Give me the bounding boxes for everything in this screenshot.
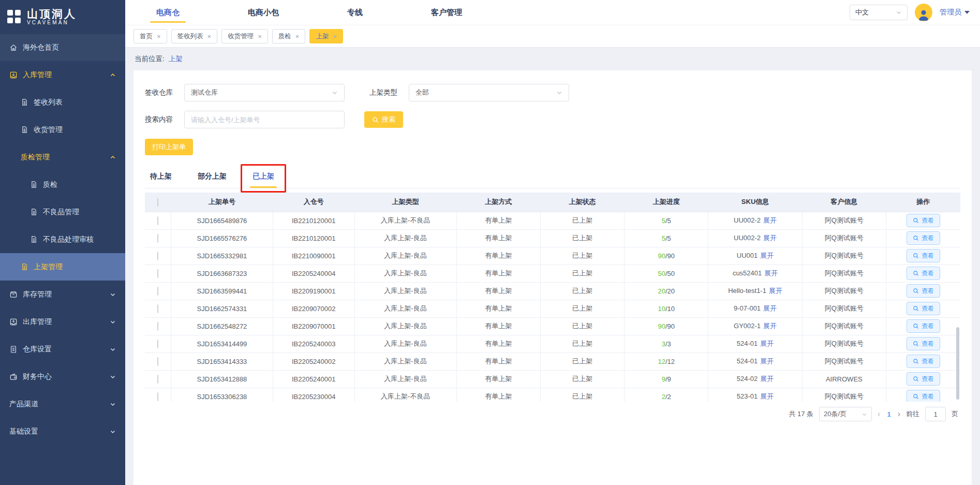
expand-link[interactable]: 展开 [760,375,774,383]
page-size-select[interactable]: 20条/页 [819,407,872,421]
sidebar-item-receiving-management[interactable]: 收货管理 [0,116,125,143]
sidebar-item-overseas-home[interactable]: 海外仓首页 [0,34,125,61]
table-scrollbar-thumb[interactable] [956,327,959,400]
tab-shelved[interactable]: 已上架 [251,167,275,188]
select-all-checkbox[interactable] [157,198,158,207]
breadcrumb: 当前位置: 上架 [125,48,980,70]
view-button[interactable]: 查看 [907,214,940,227]
close-icon[interactable]: × [157,33,161,40]
tab-pending-shelving[interactable]: 待上架 [149,167,173,188]
sku-code: Hello-test1-1 [728,287,766,295]
header-select-all[interactable] [145,193,171,212]
shelving-type-select[interactable]: 全部 [409,84,569,101]
cell-actions: 查看 [886,388,961,402]
view-button-label: 查看 [922,269,934,278]
row-checkbox[interactable] [157,216,158,225]
sidebar-item-qc-management[interactable]: 质检管理 [0,143,125,171]
cell-actions: 查看 [886,212,961,229]
view-button[interactable]: 查看 [907,231,940,245]
sidebar-item-defective-review[interactable]: 不良品处理审核 [0,226,125,253]
sidebar-item-inbound-management[interactable]: 入库管理 [0,61,125,89]
inbound-icon [9,71,18,79]
language-select[interactable]: 中文 [850,5,908,20]
sidebar-item-outbound-management[interactable]: 出库管理 [0,308,125,335]
apps-grid-icon[interactable] [7,10,21,23]
expand-link[interactable]: 展开 [763,216,777,224]
expand-link[interactable]: 展开 [760,392,774,400]
tag-qc[interactable]: 质检× [272,29,306,43]
warehouse-select[interactable]: 测试仓库 [184,84,345,101]
expand-link[interactable]: 展开 [763,234,777,242]
goto-page-input[interactable] [925,407,946,421]
sidebar-item-finance-center[interactable]: 财务中心 [0,363,125,390]
sidebar-item-defective-management[interactable]: 不良品管理 [0,198,125,226]
expand-link[interactable]: 展开 [760,340,774,347]
sidebar-item-label: 财务中心 [23,372,52,381]
view-button[interactable]: 查看 [907,302,940,315]
view-button[interactable]: 查看 [907,249,940,262]
cell-type: 入库上架-良品 [354,229,456,247]
close-icon[interactable]: × [258,33,262,40]
row-checkbox[interactable] [157,234,158,243]
row-checkbox[interactable] [157,375,158,384]
nav-ecommerce-warehouse[interactable]: 电商仓 [154,1,182,24]
cell-customer: 阿Q测试账号 [802,212,886,229]
row-checkbox[interactable] [157,322,158,331]
row-checkbox[interactable] [157,392,158,401]
sidebar-item-signin-list[interactable]: 签收列表 [0,89,125,116]
nav-ecommerce-parcel[interactable]: 电商小包 [246,1,281,24]
tab-partially-shelved[interactable]: 部分上架 [197,167,228,188]
search-input[interactable] [184,111,345,128]
view-button[interactable]: 查看 [907,284,940,298]
sidebar-item-qc[interactable]: 质检 [0,171,125,198]
view-button-label: 查看 [922,287,934,296]
sidebar-item-product-channel[interactable]: 产品渠道 [0,390,125,418]
close-icon[interactable]: × [333,33,337,40]
sidebar-item-warehouse-settings[interactable]: 仓库设置 [0,335,125,363]
header-actions: 操作 [886,193,961,212]
view-button[interactable]: 查看 [907,372,940,386]
cell-customer: 阿Q测试账号 [802,352,886,370]
view-button[interactable]: 查看 [907,390,940,402]
tag-home[interactable]: 首页× [133,29,167,43]
user-menu[interactable]: 管理员 [940,8,970,17]
row-checkbox[interactable] [157,304,158,313]
sidebar-item-label: 入库管理 [23,70,52,80]
close-icon[interactable]: × [295,33,300,40]
tag-signin-list[interactable]: 签收列表× [171,29,218,43]
print-shelving-order-button[interactable]: 打印上架单 [145,139,193,155]
chevron-down-icon [110,319,116,325]
nav-customer-management[interactable]: 客户管理 [429,1,464,24]
search-button[interactable]: 搜索 [364,111,403,128]
sidebar-item-inventory-management[interactable]: 库存管理 [0,281,125,308]
row-checkbox[interactable] [157,252,158,260]
view-button[interactable]: 查看 [907,319,940,333]
expand-link[interactable]: 展开 [760,252,774,259]
expand-link[interactable]: 展开 [764,269,778,277]
expand-link[interactable]: 展开 [760,357,774,365]
prev-page-button[interactable]: ‹ [878,410,880,418]
view-button[interactable]: 查看 [907,355,940,368]
sidebar-item-basic-settings[interactable]: 基础设置 [0,418,125,445]
expand-link[interactable]: 展开 [769,287,782,295]
nav-dedicated-line[interactable]: 专线 [345,1,365,24]
sidebar-item-shelving-management[interactable]: 上架管理 [0,253,125,281]
tag-receiving[interactable]: 收货管理× [221,29,268,43]
next-page-button[interactable]: › [898,410,900,418]
tag-shelving[interactable]: 上架× [309,29,343,43]
row-checkbox[interactable] [157,269,158,278]
row-checkbox[interactable] [157,287,158,296]
sidebar-item-label: 基础设置 [9,427,38,436]
avatar[interactable] [915,4,932,21]
table-row: SJD1665489876 IB2210120001 入库上架-不良品 有单上架… [145,212,960,229]
view-button[interactable]: 查看 [907,267,940,280]
breadcrumb-current[interactable]: 上架 [169,54,183,64]
close-icon[interactable]: × [207,33,212,40]
brand-block: 山顶洞人 VCAVEMAN [27,8,77,25]
expand-link[interactable]: 展开 [763,322,777,330]
expand-link[interactable]: 展开 [763,304,777,312]
row-checkbox[interactable] [157,357,158,366]
current-page[interactable]: 1 [886,410,892,418]
row-checkbox[interactable] [157,340,158,348]
view-button[interactable]: 查看 [907,337,940,350]
